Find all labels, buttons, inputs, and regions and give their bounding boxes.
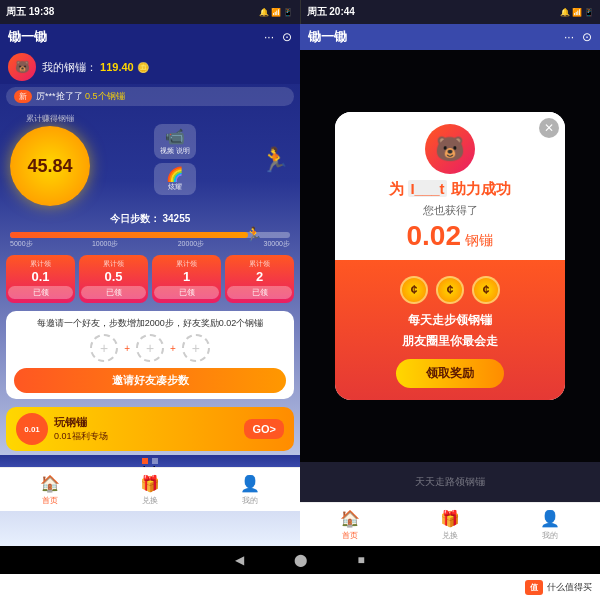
coins-amount: 119.40	[100, 61, 134, 73]
reward-unit: 钢镚	[465, 232, 493, 248]
plus-icon-2: +	[170, 343, 176, 354]
collect-button[interactable]: 领取奖励	[396, 359, 504, 388]
nav-exchange-label-right: 兑换	[442, 530, 458, 541]
masked-name: I___t	[408, 180, 446, 197]
modal-amount-display: 0.02 钢镚	[351, 220, 549, 252]
back-button[interactable]: ◀	[235, 553, 244, 567]
mile-label-4: 累计领	[227, 259, 292, 269]
right-status-bar: 周五 20:44 🔔 📶 📱	[301, 0, 601, 24]
recent-button[interactable]: ■	[357, 553, 364, 567]
nav-exchange-label: 兑换	[142, 495, 158, 506]
mile-status-2: 已领	[81, 286, 146, 299]
promo-sub: 0.01福利专场	[54, 430, 238, 443]
mile-label-2: 累计领	[81, 259, 146, 269]
coin-2: ¢	[436, 276, 464, 304]
milestone-1: 累计领 0.1 已领	[6, 255, 75, 303]
dot-indicator: ·	[152, 458, 158, 464]
invite-dot-3: +	[182, 334, 210, 362]
home-button[interactable]: ⬤	[294, 553, 307, 567]
nav-home-label: 首页	[42, 495, 58, 506]
dots-icon[interactable]: ···	[264, 30, 274, 44]
milestone-3: 累计领 1 已领	[152, 255, 221, 303]
coin-3: ¢	[472, 276, 500, 304]
right-app-title: 锄一锄	[308, 28, 347, 46]
notif-text: 厉***抢了了 0.5个钢镚	[36, 90, 125, 103]
nav-profile-label-right: 我的	[542, 530, 558, 541]
mile-label-1: 累计领	[8, 259, 73, 269]
left-app-title: 锄一锄	[8, 28, 47, 46]
progress-area: 🏃 5000步 10000步 20000步 30000步	[0, 228, 300, 251]
right-target-icon[interactable]: ⊙	[582, 30, 592, 44]
progress-bar: 🏃	[10, 232, 290, 238]
mile-status-4: 已领	[227, 286, 292, 299]
dot-indicator-active: ·	[142, 458, 148, 464]
invite-button[interactable]: 邀请好友凑步数	[14, 368, 286, 393]
profile-icon-right: 👤	[540, 509, 560, 528]
nav-exchange-right[interactable]: 🎁 兑换	[400, 503, 500, 546]
promo-title: 玩钢镚	[54, 415, 238, 430]
video-button[interactable]: 📹 视频 说明	[154, 124, 196, 159]
mile-status-3: 已领	[154, 286, 219, 299]
right-app-header: 锄一锄 ··· ⊙	[300, 24, 600, 50]
coins-label: 我的钢镚：	[42, 61, 97, 73]
envelope-text-1: 每天走步领钢镚	[351, 312, 549, 329]
android-nav: ◀ ⬤ ■	[0, 546, 600, 574]
watermark-bar: 值 什么值得买	[0, 574, 600, 600]
nav-profile-left[interactable]: 👤 我的	[200, 468, 300, 511]
prog-label-2: 10000步	[92, 239, 118, 249]
plus-icon-1: +	[124, 343, 130, 354]
progress-fill	[10, 232, 248, 238]
coin-icon: 🪙	[137, 62, 149, 73]
milestone-2: 累计领 0.5 已领	[79, 255, 148, 303]
invite-section: 每邀请一个好友，步数增加2000步，好友奖励0.02个钢镚 + + + + + …	[6, 311, 294, 399]
promo-go-button[interactable]: GO>	[244, 419, 284, 439]
left-header-icons: ··· ⊙	[264, 30, 292, 44]
left-status-icons: 🔔 📶 📱	[259, 8, 293, 17]
prog-label-1: 5000步	[10, 239, 33, 249]
promo-coin: 0.01	[16, 413, 48, 445]
left-panel: 锄一锄 ··· ⊙ 🐻 我的钢镚： 119.40 🪙 新 厉***抢了了 0.5…	[0, 24, 300, 546]
mile-label-3: 累计领	[154, 259, 219, 269]
blurred-content: 天天走路领钢镚	[300, 462, 600, 502]
nav-home-left[interactable]: 🏠 首页	[0, 468, 100, 511]
show-off-button[interactable]: 🌈 炫耀	[154, 163, 196, 195]
prog-label-4: 30000步	[264, 239, 290, 249]
modal-close-button[interactable]: ✕	[539, 118, 559, 138]
right-time: 周五 20:44	[307, 5, 355, 19]
left-app-header: 锄一锄 ··· ⊙	[0, 24, 300, 50]
watermark-logo: 值	[525, 580, 543, 595]
invite-dot-2: +	[136, 334, 164, 362]
mile-value-3: 1	[154, 269, 219, 284]
running-icon: 🏃	[260, 146, 290, 174]
runner-icon: 🏃	[245, 226, 262, 242]
steps-circle: 45.84	[10, 126, 90, 206]
side-info: 📹 视频 说明 🌈 炫耀	[154, 124, 196, 195]
mile-value-4: 2	[227, 269, 292, 284]
nav-home-label-right: 首页	[342, 530, 358, 541]
coin-1: ¢	[400, 276, 428, 304]
steps-area: 累计赚得钢镚 45.84 📹 视频 说明 🌈 炫耀 🏃	[0, 109, 300, 210]
nav-exchange-left[interactable]: 🎁 兑换	[100, 468, 200, 511]
mile-status-1: 已领	[8, 286, 73, 299]
status-bars: 周五 19:38 🔔 📶 📱 周五 20:44 🔔 📶 📱	[0, 0, 600, 24]
notification-bar: 新 厉***抢了了 0.5个钢镚	[6, 87, 294, 106]
exchange-icon-right: 🎁	[440, 509, 460, 528]
home-icon-right: 🏠	[340, 509, 360, 528]
steps-earned: 45.84	[27, 156, 72, 177]
nav-profile-label: 我的	[242, 495, 258, 506]
target-icon[interactable]: ⊙	[282, 30, 292, 44]
reward-amount: 0.02	[407, 220, 462, 251]
right-bottom-nav: 🏠 首页 🎁 兑换 👤 我的	[300, 502, 600, 546]
user-avatar: 🐻	[8, 53, 36, 81]
milestone-cards: 累计领 0.1 已领 累计领 0.5 已领 累计领 1 已领 累计领 2 已领	[0, 251, 300, 307]
right-dots-icon[interactable]: ···	[564, 30, 574, 44]
bottom-promo: 0.01 玩钢镚 0.01福利专场 GO>	[6, 407, 294, 451]
envelope-text-2: 朋友圈里你最会走	[351, 333, 549, 350]
nav-home-right[interactable]: 🏠 首页	[300, 503, 400, 546]
blur-text: 天天走路领钢镚	[415, 475, 485, 489]
modal-sub: 您也获得了	[351, 203, 549, 218]
main-content: 锄一锄 ··· ⊙ 🐻 我的钢镚： 119.40 🪙 新 厉***抢了了 0.5…	[0, 24, 600, 546]
nav-profile-right[interactable]: 👤 我的	[500, 503, 600, 546]
dark-overlay: ✕ 🐻 为 I___t 助力成功 您也获得了 0.02 钢镚	[300, 50, 600, 462]
promo-text: 玩钢镚 0.01福利专场	[54, 415, 238, 443]
